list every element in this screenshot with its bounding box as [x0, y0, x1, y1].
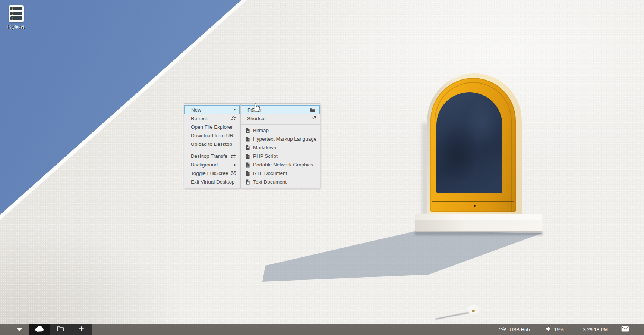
submenu-item-php-script[interactable]: PHP Script	[241, 152, 320, 160]
usb-hub-indicator[interactable]: USB Hub	[499, 326, 530, 332]
plus-icon	[79, 326, 84, 333]
taskbar: USB Hub 15% 3:29:18 PM	[0, 324, 644, 335]
submenu-item-shortcut[interactable]: Shortcut	[241, 114, 320, 123]
external-link-icon	[311, 116, 316, 121]
file-image-icon	[245, 162, 250, 168]
volume-icon	[546, 326, 551, 332]
submenu-item-bitmap[interactable]: Bitmap	[241, 126, 320, 135]
submenu-item-folder[interactable]: Folder	[241, 105, 320, 114]
expand-icon	[231, 171, 236, 176]
menu-item-label: PHP Script	[253, 153, 316, 159]
taskbar-menu-button[interactable]	[14, 324, 25, 335]
taskbar-file-explorer-button[interactable]	[50, 324, 71, 335]
context-menu-item-upload-to-desktop[interactable]: Upload to Desktop	[184, 140, 240, 148]
caret-down-icon	[17, 326, 22, 333]
menu-item-label: Open File Explorer	[191, 124, 236, 130]
window-groove	[432, 201, 514, 202]
file-lines-icon	[245, 171, 250, 176]
folder-icon	[57, 326, 64, 333]
submenu-item-rtf-document[interactable]: RTF Document	[241, 169, 320, 178]
menu-item-label: Download from URL	[191, 133, 236, 138]
menu-item-label: Folder	[247, 107, 307, 113]
menu-separator	[184, 150, 240, 150]
context-menu-item-refresh[interactable]: Refresh	[184, 114, 240, 123]
file-lines-icon	[245, 179, 250, 185]
menu-item-label: Toggle FullScreen	[191, 170, 228, 176]
taskbar-cloud-button[interactable]	[29, 324, 50, 335]
menu-item-label: Text Document	[253, 179, 316, 185]
cloud-icon	[35, 325, 45, 334]
menu-item-label: New	[191, 107, 231, 113]
sill-shadow	[415, 232, 542, 235]
usb-hub-label: USB Hub	[509, 327, 530, 332]
context-menu-item-new[interactable]: New	[184, 105, 240, 114]
window-sill-top	[415, 214, 542, 220]
menu-item-label: Shortcut	[247, 116, 308, 121]
file-image-icon	[245, 128, 250, 133]
submenu-item-text-document[interactable]: Text Document	[241, 178, 320, 186]
file-code-icon	[245, 137, 250, 142]
folder-open-icon	[310, 107, 316, 112]
taskbar-add-button[interactable]	[71, 324, 92, 335]
new-submenu: Folder Shortcut Bitmap Hypertext Markup …	[240, 103, 320, 188]
menu-item-label: Portable Network Graphics	[253, 162, 316, 168]
submenu-item-hypertext-markup-language[interactable]: Hypertext Markup Language	[241, 135, 320, 143]
context-menu-item-desktop-transfer[interactable]: Desktop Transfer	[184, 152, 240, 160]
transfer-icon	[230, 154, 236, 159]
desktop-icon-label: My Host	[1, 25, 31, 30]
desktop-icon-my-host[interactable]: My Host	[1, 5, 31, 30]
caret-right-icon	[234, 163, 236, 166]
menu-item-label: Background	[191, 162, 231, 168]
volume-indicator[interactable]: 15%	[546, 326, 564, 332]
file-lines-icon	[245, 145, 250, 150]
wall-rod-tip	[472, 310, 475, 312]
menu-item-label: Upload to Desktop	[191, 141, 236, 147]
menu-item-label: Refresh	[191, 116, 228, 121]
wallpaper	[0, 0, 644, 335]
context-menu-item-download-from-url[interactable]: Download from URL	[184, 131, 240, 140]
window-keyhole-dot	[474, 205, 476, 207]
desktop-context-menu: NewRefresh Open File ExplorerDownload fr…	[184, 103, 240, 188]
envelope-icon	[621, 326, 629, 333]
server-icon	[9, 5, 24, 22]
window-glass	[436, 92, 502, 193]
clock-label: 3:29:18 PM	[583, 327, 608, 332]
volume-percent-label: 15%	[554, 327, 564, 332]
menu-item-label: Bitmap	[253, 128, 316, 133]
file-code-icon	[245, 154, 250, 159]
menu-item-label: RTF Document	[253, 170, 316, 176]
context-menu-item-toggle-fullscreen[interactable]: Toggle FullScreen	[184, 169, 240, 178]
context-menu-item-background[interactable]: Background	[184, 160, 240, 169]
window-sill-front	[415, 220, 542, 232]
submenu-item-markdown[interactable]: Markdown	[241, 143, 320, 152]
mail-button[interactable]	[621, 326, 629, 333]
context-menu-item-exit-virtual-desktop[interactable]: Exit Virtual Desktop	[184, 178, 240, 186]
context-menu-item-open-file-explorer[interactable]: Open File Explorer	[184, 123, 240, 131]
refresh-icon	[231, 116, 236, 121]
menu-separator	[241, 124, 320, 125]
menu-item-label: Desktop Transfer	[191, 153, 227, 159]
clock: 3:29:18 PM	[583, 327, 608, 332]
menu-item-label: Markdown	[253, 145, 316, 150]
menu-item-label: Hypertext Markup Language	[253, 136, 316, 142]
caret-right-icon	[234, 108, 236, 111]
menu-item-label: Exit Virtual Desktop	[191, 179, 236, 185]
usb-icon	[499, 326, 507, 332]
submenu-item-portable-network-graphics[interactable]: Portable Network Graphics	[241, 160, 320, 169]
